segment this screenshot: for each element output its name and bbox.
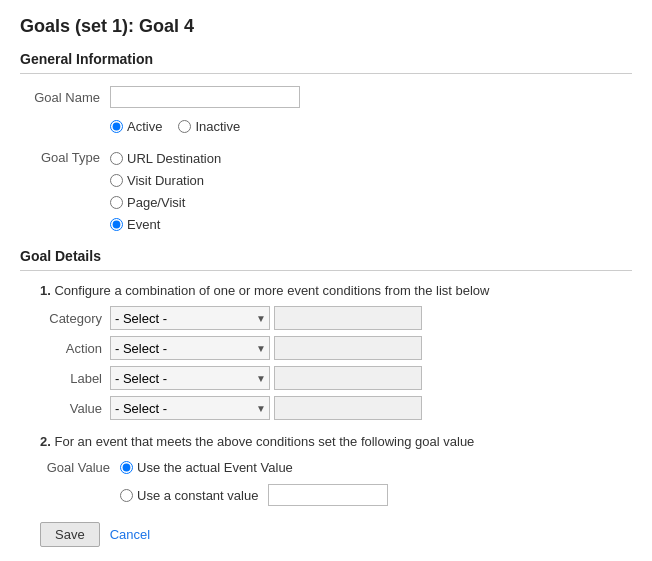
category-label: Category <box>40 311 110 326</box>
use-actual-label: Use the actual Event Value <box>137 460 293 475</box>
goal-details-heading: Goal Details <box>20 248 632 264</box>
general-info-heading: General Information <box>20 51 632 67</box>
category-select[interactable]: - Select - <box>110 306 270 330</box>
goal-type-url-label: URL Destination <box>127 151 221 166</box>
step1-label: 1. Configure a combination of one or mor… <box>40 283 632 298</box>
category-text-input[interactable] <box>274 306 422 330</box>
goal-type-label: Goal Type <box>20 146 110 165</box>
active-option: Active <box>110 116 162 134</box>
action-text-input[interactable] <box>274 336 422 360</box>
goal-details-section: Goal Details 1. Configure a combination … <box>20 248 632 506</box>
goal-name-row: Goal Name <box>20 86 632 108</box>
goal-type-event-radio[interactable] <box>110 218 123 231</box>
button-row: Save Cancel <box>20 522 632 547</box>
step2-section: 2. For an event that meets the above con… <box>40 434 632 506</box>
goal-type-event-label: Event <box>127 217 160 232</box>
action-select-wrapper: - Select - <box>110 336 270 360</box>
goal-details-divider <box>20 270 632 271</box>
goal-name-input[interactable] <box>110 86 300 108</box>
cancel-link[interactable]: Cancel <box>110 527 150 542</box>
step1-number: 1. <box>40 283 51 298</box>
label-select-wrapper: - Select - <box>110 366 270 390</box>
goal-name-content <box>110 86 632 108</box>
save-button[interactable]: Save <box>40 522 100 547</box>
category-row: Category - Select - <box>40 306 632 330</box>
use-actual-radio[interactable] <box>120 461 133 474</box>
goal-type-pagevisit-radio[interactable] <box>110 196 123 209</box>
value-select[interactable]: - Select - <box>110 396 270 420</box>
goal-type-duration-label: Visit Duration <box>127 173 204 188</box>
goal-type-row: Goal Type URL Destination Visit Duration… <box>20 146 632 232</box>
goal-type-content: URL Destination Visit Duration Page/Visi… <box>110 146 632 232</box>
page-title: Goals (set 1): Goal 4 <box>20 16 632 37</box>
active-radio[interactable] <box>110 120 123 133</box>
value-row: Value - Select - <box>40 396 632 420</box>
use-constant-option: Use a constant value <box>120 481 388 506</box>
goal-value-options: Use the actual Event Value Use a constan… <box>120 457 388 506</box>
goal-type-url: URL Destination <box>110 148 632 166</box>
step2-text: For an event that meets the above condit… <box>54 434 474 449</box>
general-info-section: General Information Goal Name Active Ina… <box>20 51 632 232</box>
value-text-input[interactable] <box>274 396 422 420</box>
step2-number: 2. <box>40 434 51 449</box>
goal-type-url-radio[interactable] <box>110 152 123 165</box>
goal-value-row: Goal Value Use the actual Event Value Us… <box>40 457 632 506</box>
constant-value-input[interactable] <box>268 484 388 506</box>
goal-value-label: Goal Value <box>40 457 120 475</box>
inactive-radio[interactable] <box>178 120 191 133</box>
label-select[interactable]: - Select - <box>110 366 270 390</box>
step2-label: 2. For an event that meets the above con… <box>40 434 632 449</box>
use-constant-radio[interactable] <box>120 489 133 502</box>
goal-name-label: Goal Name <box>20 86 110 105</box>
goal-type-pagevisit: Page/Visit <box>110 192 632 210</box>
goal-details-content: 1. Configure a combination of one or mor… <box>20 283 632 506</box>
step1-text: Configure a combination of one or more e… <box>54 283 489 298</box>
goal-type-options: URL Destination Visit Duration Page/Visi… <box>110 146 632 232</box>
active-radio-group: Active Inactive <box>110 116 632 138</box>
inactive-option: Inactive <box>178 116 240 134</box>
inactive-radio-label: Inactive <box>195 119 240 134</box>
active-radio-label: Active <box>127 119 162 134</box>
use-constant-label: Use a constant value <box>137 488 258 503</box>
label-row: Label - Select - <box>40 366 632 390</box>
goal-type-duration-radio[interactable] <box>110 174 123 187</box>
action-row: Action - Select - <box>40 336 632 360</box>
value-label: Value <box>40 401 110 416</box>
label-text-input[interactable] <box>274 366 422 390</box>
action-label: Action <box>40 341 110 356</box>
category-select-wrapper: - Select - <box>110 306 270 330</box>
goal-type-duration: Visit Duration <box>110 170 632 188</box>
goal-type-pagevisit-label: Page/Visit <box>127 195 185 210</box>
active-content: Active Inactive <box>110 116 632 138</box>
active-status-row: Active Inactive <box>20 116 632 138</box>
value-select-wrapper: - Select - <box>110 396 270 420</box>
action-select[interactable]: - Select - <box>110 336 270 360</box>
use-actual-option: Use the actual Event Value <box>120 457 388 475</box>
goal-type-event: Event <box>110 214 632 232</box>
active-label-spacer <box>20 116 110 120</box>
general-info-divider <box>20 73 632 74</box>
label-label: Label <box>40 371 110 386</box>
